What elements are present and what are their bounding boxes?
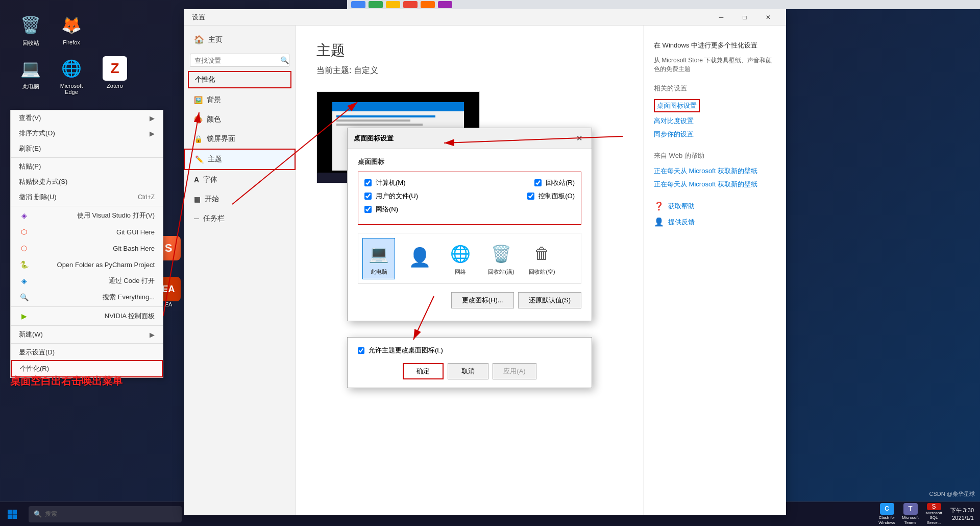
ok-button[interactable]: 确定 (403, 363, 444, 379)
nav-theme[interactable]: ✏️ 主题 (184, 149, 296, 170)
get-help-item[interactable]: ❓ 获取帮助 (654, 201, 776, 211)
taskbar-tray: C Clash forWindows T MicrosoftTeams S Mi… (876, 503, 980, 525)
context-menu-vscode[interactable]: ◈ 通过 Code 打开 (11, 273, 163, 289)
separator-4 (11, 325, 163, 326)
desktop-icon-mypc[interactable]: 💻 此电脑 (10, 54, 51, 93)
change-icon-button[interactable]: 更改图标(H)... (451, 292, 514, 308)
checkbox-control-panel[interactable] (527, 193, 534, 200)
context-menu-paste[interactable]: 粘贴(P) (11, 159, 163, 174)
web-help-section: 来自 Web 的帮助 正在每天从 Microsoft 获取新的壁纸 正在每天从 … (654, 151, 776, 189)
dialog-titlebar: 桌面图标设置 ✕ (348, 128, 592, 149)
context-menu-paste-shortcut[interactable]: 粘贴快捷方式(S) (11, 174, 163, 189)
cancel-button[interactable]: 取消 (448, 363, 488, 379)
minimize-button[interactable]: ─ (709, 9, 733, 26)
nav-start[interactable]: ▦ 开始 (184, 189, 296, 209)
allow-theme-checkbox[interactable] (358, 347, 364, 354)
dialog-icon-mypc[interactable]: 💻 此电脑 (362, 238, 395, 279)
dialog-section-label: 桌面图标 (358, 157, 581, 166)
browser-dot-purple (438, 1, 452, 8)
restore-default-button[interactable]: 还原默认值(S) (518, 292, 581, 308)
background-nav-label: 背景 (207, 95, 221, 105)
dialog-icon-network[interactable]: 🌐 网络 (444, 238, 477, 279)
desktop-icon-firefox[interactable]: 🦊 Firefox (51, 10, 92, 48)
font-nav-icon: A (194, 176, 199, 184)
settings-search-box[interactable]: 🔍 (190, 54, 289, 67)
sync-settings-link[interactable]: 同步你的设置 (654, 130, 776, 139)
windows-logo-icon (7, 509, 17, 519)
desktop-icons-grid: 💻 此电脑 👤 🌐 网络 🗑️ 回收站(满) 🗑 回收站(空) (358, 233, 581, 284)
high-contrast-link[interactable]: 高对比度设置 (654, 116, 776, 126)
dialog-icon-user[interactable]: 👤 (403, 242, 436, 275)
context-menu-sort[interactable]: 排序方式(O)▶ (11, 126, 163, 141)
checkbox-network[interactable] (364, 206, 372, 213)
desktop-icon-settings-link[interactable]: 桌面图标设置 (654, 99, 700, 112)
ea-label: EA (165, 301, 173, 307)
nav-lockscreen[interactable]: 🔒 锁屏界面 (184, 129, 296, 149)
dialog-icon-recycle-full[interactable]: 🗑️ 回收站(满) (485, 238, 518, 279)
context-menu-view[interactable]: 查看(V)▶ (11, 110, 163, 126)
context-menu-vs[interactable]: ◈ 使用 Visual Studio 打开(V) (11, 207, 163, 224)
desktop-icon-edge[interactable]: 🌐 MicrosoftEdge (51, 54, 92, 98)
checkbox-user-files[interactable] (364, 193, 372, 200)
recycle-label: 回收站 (22, 39, 39, 47)
checkbox-recycle-full[interactable] (534, 179, 542, 186)
context-menu-undo[interactable]: 撤消 删除(U)Ctrl+Z (11, 189, 163, 205)
context-menu: 查看(V)▶ 排序方式(O)▶ 刷新(E) 粘贴(P) 粘贴快捷方式(S) 撤消… (10, 110, 163, 378)
sql-tray-icon[interactable]: S MicrosoftSQL Serve... (923, 503, 945, 525)
taskbar-search[interactable]: 🔍 搜索 (29, 506, 182, 522)
apply-button[interactable]: 应用(A) (493, 363, 536, 379)
maximize-button[interactable]: □ (733, 9, 756, 26)
nav-color[interactable]: 🎨 颜色 (184, 110, 296, 129)
search-icon: 🔍 (280, 56, 289, 64)
clash-tray-icon[interactable]: C Clash forWindows (876, 503, 898, 525)
color-nav-label: 颜色 (207, 115, 221, 124)
allow-theme-label: 允许主题更改桌面图标(L) (369, 346, 443, 355)
context-menu-everything[interactable]: 🔍 搜索 Everything... (11, 289, 163, 305)
dialog-icon-recycle-empty[interactable]: 🗑 回收站(空) (526, 238, 558, 279)
close-button[interactable]: ✕ (756, 9, 780, 26)
feedback-item[interactable]: 👤 提供反馈 (654, 217, 776, 227)
context-menu-git-bash[interactable]: ⬡ Git Bash Here (11, 240, 163, 256)
feedback-link[interactable]: 提供反馈 (668, 218, 695, 227)
related-settings-title: 相关的设置 (654, 84, 776, 93)
context-menu-refresh[interactable]: 刷新(E) (11, 141, 163, 156)
nav-font[interactable]: A 字体 (184, 170, 296, 189)
csdn-watermark: CSDN @柴华星球 (929, 490, 975, 498)
confirm-dialog: 允许主题更改桌面图标(L) 确定 取消 应用(A) (347, 337, 592, 388)
window-controls: ─ □ ✕ (709, 9, 780, 26)
browser-top-bar (347, 0, 980, 9)
nav-taskbar[interactable]: ─ 任务栏 (184, 209, 296, 228)
checkbox-computer[interactable] (364, 179, 372, 186)
dialog-title: 桌面图标设置 (354, 134, 394, 143)
home-label: 主页 (208, 35, 223, 44)
system-clock[interactable]: 下午 3:30 2021/1/1 (946, 507, 978, 521)
context-menu-pycharm[interactable]: 🐍 Open Folder as PyCharm Project (11, 256, 163, 273)
git-icon: ⬡ (19, 227, 29, 237)
context-menu-nvidia[interactable]: ▶ NVIDIA 控制面板 (11, 308, 163, 324)
desktop-icon-zotero[interactable]: Z Zotero (94, 54, 135, 91)
recycle-full-dialog-label: 回收站(满) (488, 268, 514, 276)
context-menu-display[interactable]: 显示设置(D) (11, 345, 163, 360)
desktop-icon-recycle[interactable]: 🗑️ 回收站 (10, 10, 51, 50)
teams-tray-icon[interactable]: T MicrosoftTeams (899, 503, 922, 525)
personalization-heading: 个性化 (189, 72, 290, 87)
nav-home[interactable]: 🏠 主页 (184, 30, 296, 50)
start-button[interactable] (0, 502, 24, 527)
preview-line-3 (336, 124, 423, 126)
dialog-close-button[interactable]: ✕ (573, 132, 585, 145)
mypc-dialog-icon: 💻 (366, 242, 391, 266)
recycle-icon: 🗑️ (18, 13, 43, 37)
nav-background[interactable]: 🖼️ 背景 (184, 90, 296, 110)
related-settings-section: 相关的设置 桌面图标设置 高对比度设置 同步你的设置 (654, 84, 776, 139)
nvidia-icon: ▶ (19, 311, 29, 321)
get-help-link[interactable]: 获取帮助 (668, 202, 695, 211)
preview-line-1 (336, 115, 435, 117)
settings-search-input[interactable] (194, 57, 280, 64)
ms-wallpaper-link-2[interactable]: 正在每天从 Microsoft 获取新的壁纸 (654, 180, 776, 189)
network-dialog-label: 网络 (455, 268, 466, 276)
context-menu-new[interactable]: 新建(W)▶ (11, 327, 163, 342)
color-nav-icon: 🎨 (194, 115, 203, 124)
svg-rect-7 (8, 514, 12, 519)
context-menu-git-gui[interactable]: ⬡ Git GUI Here (11, 224, 163, 240)
ms-wallpaper-link-1[interactable]: 正在每天从 Microsoft 获取新的壁纸 (654, 166, 776, 176)
